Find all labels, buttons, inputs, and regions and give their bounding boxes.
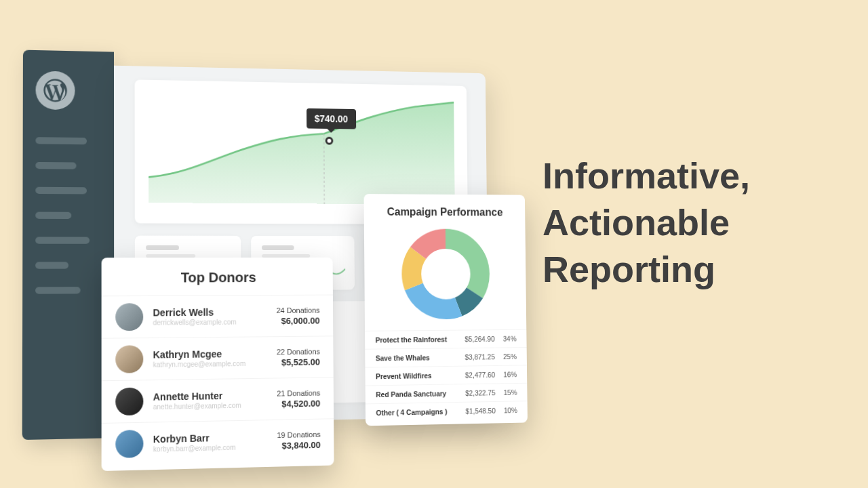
campaign-pct: 15%	[495, 388, 517, 396]
sidebar-item[interactable]	[35, 137, 87, 144]
top-donors-title: Top Donors	[102, 270, 333, 286]
avatar	[115, 388, 143, 416]
donor-amount: $4,520.00	[277, 398, 320, 409]
donor-count: 21 Donations	[277, 388, 320, 397]
campaign-performance-card: Campaign Performance Protect the Rainfor…	[364, 194, 528, 426]
campaign-pct: 16%	[495, 370, 517, 378]
sidebar-item[interactable]	[35, 287, 81, 294]
donut-chart	[400, 228, 492, 321]
marketing-headline: Informative, Actionable Reporting	[542, 152, 814, 293]
donor-email: derrickwells@example.com	[153, 318, 276, 327]
avatar	[115, 430, 143, 458]
campaign-name: Other ( 4 Campaigns )	[376, 407, 458, 417]
avatar	[115, 345, 143, 373]
wordpress-logo-icon	[36, 70, 75, 110]
campaign-name: Prevent Wildfires	[376, 371, 458, 381]
sidebar-item[interactable]	[35, 162, 76, 169]
campaign-name: Save the Whales	[376, 353, 458, 362]
campaign-amount: $2,477.60	[458, 371, 495, 380]
donor-count: 22 Donations	[277, 347, 320, 356]
avatar	[115, 303, 143, 331]
donor-row[interactable]: Kathryn Mcgee kathryn.mcgee@example.com …	[102, 336, 334, 380]
campaign-row[interactable]: Save the Whales $3,871.25 25%	[365, 347, 527, 367]
donor-email: kathryn.mcgee@example.com	[153, 359, 277, 368]
campaign-row[interactable]: Protect the Rainforest $5,264.90 34%	[365, 329, 527, 349]
sidebar	[22, 50, 115, 440]
donor-count: 19 Donations	[277, 430, 320, 439]
top-donors-card: Top Donors Derrick Wells derrickwells@ex…	[102, 258, 334, 471]
sidebar-item[interactable]	[35, 237, 90, 243]
sidebar-item[interactable]	[35, 262, 68, 268]
campaign-amount: $1,548.50	[458, 407, 496, 415]
donor-name: Derrick Wells	[153, 306, 276, 318]
donor-count: 24 Donations	[277, 306, 320, 314]
campaign-pct: 34%	[494, 335, 516, 343]
campaign-name: Red Panda Sanctuary	[376, 389, 458, 399]
sidebar-item[interactable]	[35, 187, 87, 195]
donor-name: Annette Hunter	[153, 390, 277, 403]
donor-amount: $5,525.00	[277, 357, 320, 367]
donor-name: Kathryn Mcgee	[153, 348, 277, 360]
campaign-amount: $2,322.75	[458, 388, 495, 397]
dashboard-mock: $740.00 $740 48 Top Donors	[22, 50, 509, 454]
donor-email: anette.hunter@example.com	[153, 401, 277, 411]
campaign-pct: 25%	[495, 352, 517, 361]
campaign-row[interactable]: Other ( 4 Campaigns ) $1,548.50 10%	[366, 401, 528, 422]
sidebar-item[interactable]	[35, 212, 71, 219]
campaign-amount: $5,264.90	[458, 335, 495, 343]
donor-amount: $3,840.00	[277, 439, 320, 451]
area-chart: $740.00	[149, 94, 455, 205]
donor-row[interactable]: Korbyn Barr korbyn.barr@example.com 19 D…	[102, 418, 334, 465]
campaign-pct: 10%	[496, 406, 517, 414]
chart-tooltip: $740.00	[307, 108, 356, 129]
chart-data-point[interactable]	[326, 137, 334, 145]
donor-amount: $6,000.00	[277, 315, 320, 326]
donor-row[interactable]: Derrick Wells derrickwells@example.com 2…	[102, 295, 334, 338]
donor-row[interactable]: Annette Hunter anette.hunter@example.com…	[102, 377, 334, 423]
campaign-name: Protect the Rainforest	[376, 336, 458, 344]
campaign-title: Campaign Performance	[364, 206, 526, 219]
campaign-amount: $3,871.25	[458, 352, 495, 361]
campaign-row[interactable]: Prevent Wildfires $2,477.60 16%	[365, 365, 527, 385]
